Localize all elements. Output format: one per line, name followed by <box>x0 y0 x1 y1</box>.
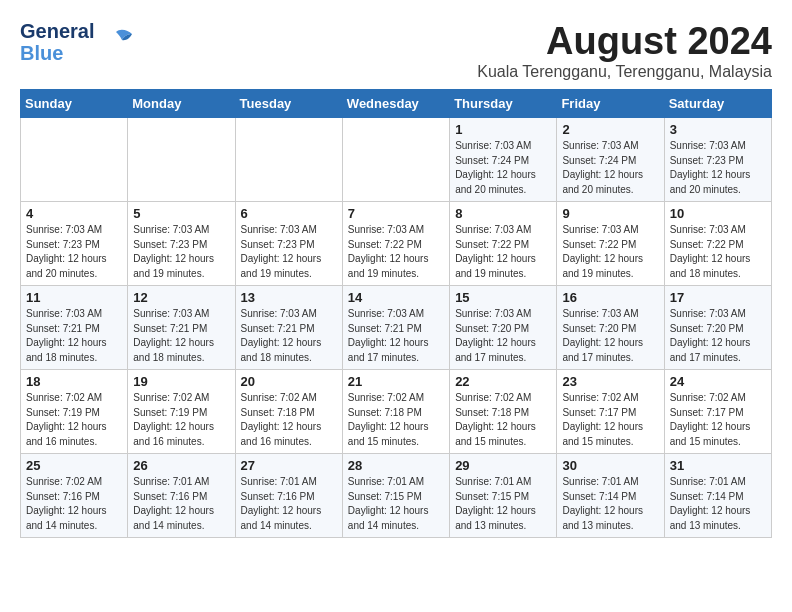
day-info: Sunrise: 7:02 AMSunset: 7:17 PMDaylight:… <box>562 391 658 449</box>
calendar-body: 1Sunrise: 7:03 AMSunset: 7:24 PMDaylight… <box>21 118 772 538</box>
day-number: 3 <box>670 122 766 137</box>
day-header-thursday: Thursday <box>450 90 557 118</box>
calendar-cell: 10Sunrise: 7:03 AMSunset: 7:22 PMDayligh… <box>664 202 771 286</box>
calendar-cell: 11Sunrise: 7:03 AMSunset: 7:21 PMDayligh… <box>21 286 128 370</box>
day-number: 8 <box>455 206 551 221</box>
calendar-cell: 22Sunrise: 7:02 AMSunset: 7:18 PMDayligh… <box>450 370 557 454</box>
day-info: Sunrise: 7:02 AMSunset: 7:16 PMDaylight:… <box>26 475 122 533</box>
day-info: Sunrise: 7:03 AMSunset: 7:21 PMDaylight:… <box>133 307 229 365</box>
logo-bird-icon <box>98 28 134 56</box>
day-number: 29 <box>455 458 551 473</box>
day-info: Sunrise: 7:03 AMSunset: 7:22 PMDaylight:… <box>670 223 766 281</box>
day-number: 6 <box>241 206 337 221</box>
day-number: 11 <box>26 290 122 305</box>
day-info: Sunrise: 7:01 AMSunset: 7:14 PMDaylight:… <box>562 475 658 533</box>
day-info: Sunrise: 7:02 AMSunset: 7:17 PMDaylight:… <box>670 391 766 449</box>
week-row-4: 18Sunrise: 7:02 AMSunset: 7:19 PMDayligh… <box>21 370 772 454</box>
day-number: 4 <box>26 206 122 221</box>
calendar-cell <box>128 118 235 202</box>
day-header-friday: Friday <box>557 90 664 118</box>
day-number: 15 <box>455 290 551 305</box>
day-info: Sunrise: 7:03 AMSunset: 7:22 PMDaylight:… <box>455 223 551 281</box>
day-info: Sunrise: 7:03 AMSunset: 7:22 PMDaylight:… <box>562 223 658 281</box>
day-number: 9 <box>562 206 658 221</box>
calendar-cell: 6Sunrise: 7:03 AMSunset: 7:23 PMDaylight… <box>235 202 342 286</box>
calendar-cell: 19Sunrise: 7:02 AMSunset: 7:19 PMDayligh… <box>128 370 235 454</box>
logo-blue: Blue <box>20 42 63 64</box>
day-header-monday: Monday <box>128 90 235 118</box>
day-header-tuesday: Tuesday <box>235 90 342 118</box>
day-header-saturday: Saturday <box>664 90 771 118</box>
calendar-cell: 13Sunrise: 7:03 AMSunset: 7:21 PMDayligh… <box>235 286 342 370</box>
calendar-cell: 23Sunrise: 7:02 AMSunset: 7:17 PMDayligh… <box>557 370 664 454</box>
calendar-cell: 27Sunrise: 7:01 AMSunset: 7:16 PMDayligh… <box>235 454 342 538</box>
calendar-cell: 18Sunrise: 7:02 AMSunset: 7:19 PMDayligh… <box>21 370 128 454</box>
day-number: 26 <box>133 458 229 473</box>
week-row-5: 25Sunrise: 7:02 AMSunset: 7:16 PMDayligh… <box>21 454 772 538</box>
logo-general: General <box>20 20 94 42</box>
day-info: Sunrise: 7:03 AMSunset: 7:21 PMDaylight:… <box>348 307 444 365</box>
logo-text: General Blue <box>20 20 94 64</box>
calendar-cell: 16Sunrise: 7:03 AMSunset: 7:20 PMDayligh… <box>557 286 664 370</box>
day-info: Sunrise: 7:03 AMSunset: 7:23 PMDaylight:… <box>133 223 229 281</box>
day-info: Sunrise: 7:03 AMSunset: 7:23 PMDaylight:… <box>26 223 122 281</box>
day-info: Sunrise: 7:02 AMSunset: 7:18 PMDaylight:… <box>455 391 551 449</box>
week-row-3: 11Sunrise: 7:03 AMSunset: 7:21 PMDayligh… <box>21 286 772 370</box>
day-number: 1 <box>455 122 551 137</box>
day-info: Sunrise: 7:03 AMSunset: 7:22 PMDaylight:… <box>348 223 444 281</box>
day-info: Sunrise: 7:03 AMSunset: 7:24 PMDaylight:… <box>562 139 658 197</box>
day-number: 17 <box>670 290 766 305</box>
day-number: 5 <box>133 206 229 221</box>
day-number: 2 <box>562 122 658 137</box>
day-number: 30 <box>562 458 658 473</box>
calendar-cell: 28Sunrise: 7:01 AMSunset: 7:15 PMDayligh… <box>342 454 449 538</box>
calendar-cell: 31Sunrise: 7:01 AMSunset: 7:14 PMDayligh… <box>664 454 771 538</box>
main-title: August 2024 <box>477 20 772 63</box>
day-number: 24 <box>670 374 766 389</box>
calendar-cell: 1Sunrise: 7:03 AMSunset: 7:24 PMDaylight… <box>450 118 557 202</box>
day-number: 28 <box>348 458 444 473</box>
calendar-cell: 14Sunrise: 7:03 AMSunset: 7:21 PMDayligh… <box>342 286 449 370</box>
week-row-1: 1Sunrise: 7:03 AMSunset: 7:24 PMDaylight… <box>21 118 772 202</box>
day-number: 22 <box>455 374 551 389</box>
calendar-cell: 30Sunrise: 7:01 AMSunset: 7:14 PMDayligh… <box>557 454 664 538</box>
logo: General Blue <box>20 20 134 64</box>
calendar-cell: 2Sunrise: 7:03 AMSunset: 7:24 PMDaylight… <box>557 118 664 202</box>
day-info: Sunrise: 7:03 AMSunset: 7:20 PMDaylight:… <box>455 307 551 365</box>
subtitle: Kuala Terengganu, Terengganu, Malaysia <box>477 63 772 81</box>
day-info: Sunrise: 7:03 AMSunset: 7:24 PMDaylight:… <box>455 139 551 197</box>
day-info: Sunrise: 7:03 AMSunset: 7:20 PMDaylight:… <box>670 307 766 365</box>
day-info: Sunrise: 7:01 AMSunset: 7:15 PMDaylight:… <box>348 475 444 533</box>
day-info: Sunrise: 7:01 AMSunset: 7:15 PMDaylight:… <box>455 475 551 533</box>
day-info: Sunrise: 7:02 AMSunset: 7:18 PMDaylight:… <box>241 391 337 449</box>
calendar-cell <box>21 118 128 202</box>
calendar-cell: 7Sunrise: 7:03 AMSunset: 7:22 PMDaylight… <box>342 202 449 286</box>
page-header: General Blue August 2024 Kuala Terenggan… <box>20 20 772 81</box>
calendar-cell <box>342 118 449 202</box>
day-number: 27 <box>241 458 337 473</box>
day-info: Sunrise: 7:01 AMSunset: 7:16 PMDaylight:… <box>133 475 229 533</box>
calendar-table: SundayMondayTuesdayWednesdayThursdayFrid… <box>20 89 772 538</box>
day-number: 20 <box>241 374 337 389</box>
day-number: 12 <box>133 290 229 305</box>
calendar-cell: 9Sunrise: 7:03 AMSunset: 7:22 PMDaylight… <box>557 202 664 286</box>
calendar-cell: 20Sunrise: 7:02 AMSunset: 7:18 PMDayligh… <box>235 370 342 454</box>
day-number: 16 <box>562 290 658 305</box>
calendar-cell: 17Sunrise: 7:03 AMSunset: 7:20 PMDayligh… <box>664 286 771 370</box>
day-number: 25 <box>26 458 122 473</box>
calendar-cell: 12Sunrise: 7:03 AMSunset: 7:21 PMDayligh… <box>128 286 235 370</box>
day-number: 21 <box>348 374 444 389</box>
calendar-cell: 24Sunrise: 7:02 AMSunset: 7:17 PMDayligh… <box>664 370 771 454</box>
day-info: Sunrise: 7:03 AMSunset: 7:23 PMDaylight:… <box>241 223 337 281</box>
calendar-cell: 8Sunrise: 7:03 AMSunset: 7:22 PMDaylight… <box>450 202 557 286</box>
day-info: Sunrise: 7:03 AMSunset: 7:23 PMDaylight:… <box>670 139 766 197</box>
calendar-cell: 26Sunrise: 7:01 AMSunset: 7:16 PMDayligh… <box>128 454 235 538</box>
calendar-cell <box>235 118 342 202</box>
day-info: Sunrise: 7:02 AMSunset: 7:19 PMDaylight:… <box>26 391 122 449</box>
day-number: 19 <box>133 374 229 389</box>
day-number: 18 <box>26 374 122 389</box>
calendar-cell: 3Sunrise: 7:03 AMSunset: 7:23 PMDaylight… <box>664 118 771 202</box>
calendar-cell: 5Sunrise: 7:03 AMSunset: 7:23 PMDaylight… <box>128 202 235 286</box>
day-number: 31 <box>670 458 766 473</box>
day-number: 10 <box>670 206 766 221</box>
